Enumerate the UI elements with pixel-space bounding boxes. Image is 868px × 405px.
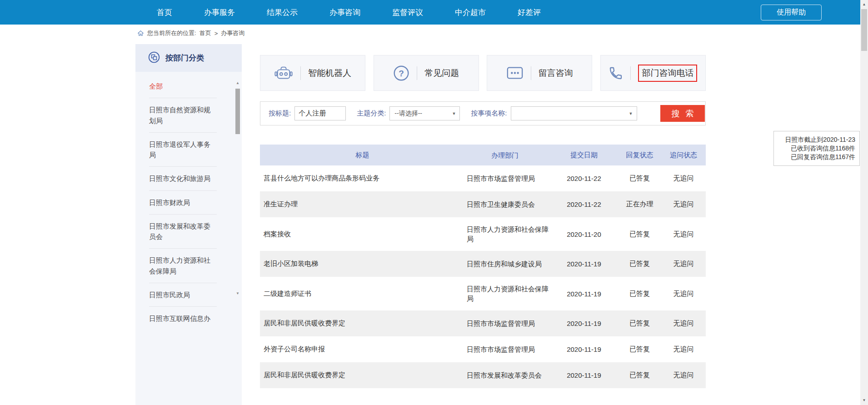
row-title-link[interactable]: 外资子公司名称申报 [260,345,461,354]
sidebar-item-development-reform[interactable]: 日照市发展和改革委员会 [149,215,217,249]
svg-text:?: ? [399,69,404,78]
row-reply-status: 已答复 [618,230,661,239]
nav-item-home[interactable]: 首页 [157,7,172,18]
scroll-down-icon[interactable]: ▼ [860,397,868,404]
breadcrumb-home-link[interactable]: 首页 [200,29,211,37]
sidebar-scrollbar[interactable]: ▲ ▼ [234,80,241,296]
search-category-value: --请选择-- [394,110,422,118]
search-button[interactable]: 搜 索 [660,105,705,122]
table-row: 档案接收 日照市人力资源和社会保障局 2020-11-20 已答复 无追问 [260,217,706,251]
row-title-link[interactable]: 老旧小区加装电梯 [260,260,461,268]
row-title-link[interactable]: 准生证办理 [260,200,461,209]
tab-divider [630,66,631,80]
nav-item-agency-market[interactable]: 中介超市 [455,7,486,18]
row-title-link[interactable]: 二级建造师证书 [260,290,461,298]
row-department: 日照市市场监督管理局 [461,319,550,328]
table-row: 二级建造师证书 日照市人力资源和社会保障局 2020-11-19 已答复 无追问 [260,277,706,310]
sidebar-scrollbar-thumb[interactable] [235,89,240,134]
tab-phone-directory[interactable]: 部门咨询电话 [600,55,706,91]
row-date: 2020-11-19 [550,260,618,268]
scroll-up-icon[interactable]: ▲ [860,1,868,8]
sidebar-item-veterans-affairs[interactable]: 日照市退役军人事务局 [149,133,217,167]
tab-message-consult[interactable]: 留言咨询 [487,55,592,91]
search-item-label: 按事项名称: [471,109,507,118]
sidebar-scroll-down-icon[interactable]: ▼ [234,291,241,296]
sidebar-item-human-resources[interactable]: 日照市人力资源和社会保障局 [149,249,217,283]
row-department: 日照市人力资源和社会保障局 [461,225,550,244]
stats-line-deadline: 日照市截止到2020-11-23 [778,135,855,144]
consultation-stats-box: 日照市截止到2020-11-23 已收到咨询信息1168件 已回复咨询信息116… [773,131,860,166]
consultation-tabs: 智能机器人 ? 常见问题 留言咨询 部门咨询电话 [260,55,706,91]
sidebar-item-culture-tourism[interactable]: 日照市文化和旅游局 [149,167,217,190]
table-header-date: 提交日期 [550,151,618,160]
row-date: 2020-11-19 [550,345,618,353]
sidebar-item-civil-affairs[interactable]: 日照市民政局 [149,283,217,307]
tab-smart-robot[interactable]: 智能机器人 [260,55,365,91]
tab-label-smart-robot: 智能机器人 [308,67,351,79]
home-icon [137,30,144,37]
row-reply-status: 已答复 [618,260,661,268]
page-scrollbar[interactable]: ▲ ▼ [860,0,868,405]
sidebar-item-all[interactable]: 全部 [149,75,217,98]
row-department: 日照市卫生健康委员会 [461,200,550,209]
row-reply-status: 已答复 [618,345,661,354]
sidebar-item-internet-info[interactable]: 日照市互联网信息办 [149,307,217,330]
search-category-select[interactable]: --请选择-- ▼ [389,106,460,120]
row-reply-status: 已答复 [618,174,661,183]
sidebar-item-natural-resources[interactable]: 日照市自然资源和规划局 [149,98,217,133]
table-body: 莒县什么地方可以办理商品条形码业务 日照市市场监督管理局 2020-11-22 … [260,165,706,388]
row-department: 日照市发展和改革委员会 [461,370,550,380]
tab-faq[interactable]: ? 常见问题 [374,55,479,91]
department-sidebar: 按部门分类 全部 日照市自然资源和规划局 日照市退役军人事务局 日照市文化和旅游… [135,44,242,405]
stats-line-replied: 已回复咨询信息1167件 [778,153,855,161]
search-title-input[interactable] [294,106,346,120]
row-date: 2020-11-19 [550,320,618,327]
row-department: 日照市市场监督管理局 [461,174,550,183]
row-followup-status: 无追问 [661,200,706,209]
tab-label-phone-directory-highlighted: 部门咨询电话 [638,65,697,82]
nav-item-results[interactable]: 结果公示 [267,7,298,18]
chevron-down-icon: ▼ [629,111,633,116]
sidebar-title: 按部门分类 [165,53,204,63]
search-item-select[interactable]: ▼ [511,106,637,120]
row-reply-status: 正在办理 [618,200,661,209]
chevron-down-icon: ▼ [452,111,456,116]
row-title-link[interactable]: 档案接收 [260,230,461,239]
row-date: 2020-11-22 [550,175,618,182]
tab-label-message-consult: 留言咨询 [539,67,573,79]
nav-item-supervision[interactable]: 监督评议 [392,7,423,18]
table-header-title: 标题 [260,151,461,160]
help-button[interactable]: 使用帮助 [761,5,822,20]
message-icon [506,65,524,81]
nav-item-services[interactable]: 办事服务 [204,7,235,18]
row-followup-status: 无追问 [661,290,706,298]
table-header-department: 办理部门 [461,150,550,160]
row-title-link[interactable]: 莒县什么地方可以办理商品条形码业务 [260,174,461,183]
category-circle-icon [148,51,160,65]
sidebar-item-finance[interactable]: 日照市财政局 [149,191,217,215]
page-scrollbar-thumb[interactable] [861,9,867,51]
table-row: 老旧小区加装电梯 日照市住房和城乡建设局 2020-11-19 已答复 无追问 [260,251,706,277]
breadcrumb-separator: > [215,30,218,37]
row-followup-status: 无追问 [661,260,706,268]
table-row: 准生证办理 日照市卫生健康委员会 2020-11-22 正在办理 无追问 [260,191,706,217]
breadcrumb-current[interactable]: 办事咨询 [221,29,244,37]
consultation-table: 标题 办理部门 提交日期 回复状态 追问状态 莒县什么地方可以办理商品条形码业务… [260,145,706,388]
nav-item-rating[interactable]: 好差评 [518,7,541,18]
table-row: 外资子公司名称申报 日照市市场监督管理局 2020-11-19 已答复 无追问 [260,336,706,362]
search-title-label: 按标题: [269,109,291,118]
nav-menu: 首页 办事服务 结果公示 办事咨询 监督评议 中介超市 好差评 [157,0,541,25]
tab-divider [417,66,417,80]
sidebar-scroll-up-icon[interactable]: ▲ [234,80,241,86]
row-title-link[interactable]: 居民和非居民供暖收费界定 [260,371,461,380]
nav-item-consultation[interactable]: 办事咨询 [329,7,360,18]
tab-divider [531,66,531,80]
row-followup-status: 无追问 [661,174,706,183]
row-date: 2020-11-22 [550,200,618,208]
search-panel: 按标题: 主题分类: --请选择-- ▼ 按事项名称: ▼ 搜 索 [260,101,706,125]
row-title-link[interactable]: 居民和非居民供暖收费界定 [260,319,461,328]
row-reply-status: 已答复 [618,290,661,298]
sidebar-header: 按部门分类 [135,44,242,72]
table-header-followup-status: 追问状态 [661,151,706,160]
table-row: 居民和非居民供暖收费界定 日照市发展和改革委员会 2020-11-19 已答复 … [260,362,706,388]
